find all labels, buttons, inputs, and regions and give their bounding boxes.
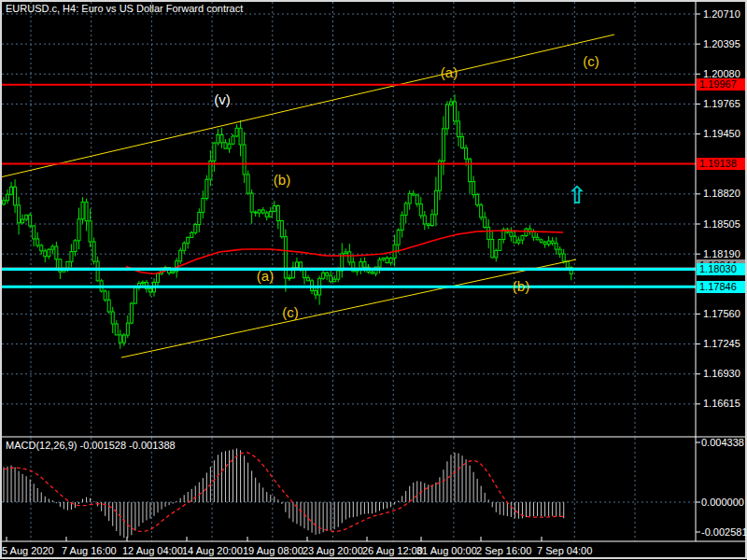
trend-channel-lines[interactable] — [0, 35, 614, 357]
mt4-chart-window: EURUSD.c, H4: Euro vs US Dollar Forward … — [0, 0, 747, 560]
wave-label[interactable]: (c) — [282, 304, 299, 320]
wave-label[interactable]: (b) — [274, 172, 290, 188]
upper-channel-trendline[interactable] — [0, 35, 614, 177]
wave-label[interactable]: (a) — [441, 64, 458, 80]
wave-label[interactable]: (v) — [214, 91, 231, 107]
up-arrow-icon[interactable]: ⇧ — [567, 181, 587, 209]
gridlines — [2, 2, 696, 541]
macd-indicator — [4, 448, 564, 538]
candlestick-chart — [0, 0, 747, 560]
macd-signal-line — [4, 453, 564, 532]
wave-label[interactable]: (c) — [583, 53, 599, 69]
wave-label[interactable]: (b) — [513, 278, 529, 294]
wave-label[interactable]: (a) — [257, 268, 274, 284]
lower-channel-trendline[interactable] — [121, 259, 576, 357]
